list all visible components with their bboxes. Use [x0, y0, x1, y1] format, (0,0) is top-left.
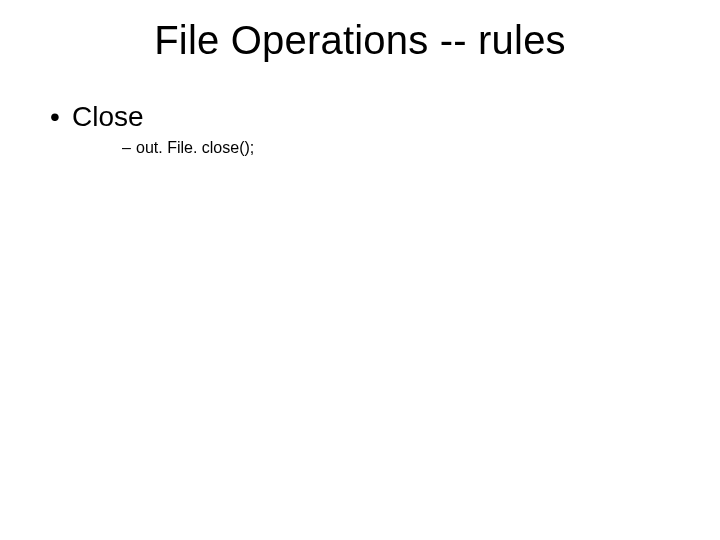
bullet-text: Close [72, 100, 144, 134]
bullet-level-1: • Close [50, 100, 670, 134]
slide-body: • Close – out. File. close(); [50, 100, 670, 158]
slide: File Operations -- rules • Close – out. … [0, 0, 720, 540]
bullet-level-2: – out. File. close(); [122, 138, 670, 159]
dash-marker: – [122, 138, 136, 159]
slide-title: File Operations -- rules [0, 18, 720, 63]
bullet-marker: • [50, 100, 72, 134]
sub-bullet-text: out. File. close(); [136, 138, 254, 159]
